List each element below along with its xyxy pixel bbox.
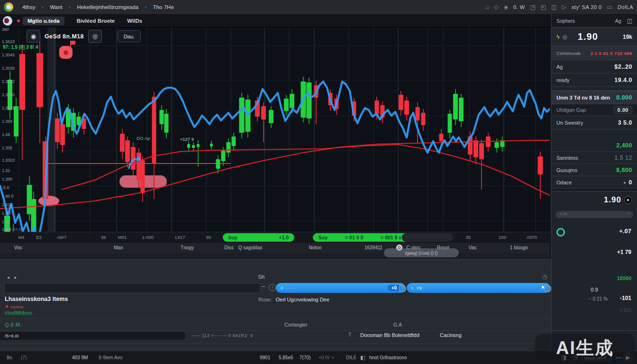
green-link-1[interactable]: clodMtiboo. — [5, 310, 34, 316]
status-toggle-2[interactable]: hnot Grihastrsono — [369, 355, 407, 360]
bottom-tab-5[interactable]: Notoo — [309, 245, 322, 250]
row-label: Uhdgan Gap — [556, 107, 586, 113]
clock-icon[interactable]: ◷ — [542, 273, 547, 280]
window-icon[interactable]: ◰ — [541, 4, 546, 10]
candle-body — [473, 140, 478, 157]
candle-body — [290, 94, 294, 108]
cursor-icon[interactable]: ▷ — [562, 4, 566, 10]
bottom-tab-10[interactable]: 1 bisogn — [510, 245, 528, 250]
time-axis-label: 35 — [466, 235, 471, 240]
time-axis-label: 39 — [101, 235, 106, 240]
row-value-box[interactable]: 0.00 — [614, 106, 632, 114]
time-axis[interactable]: buy +1.0 Suy = 01 0 0 = 001 8 x5 M4E2AW7… — [0, 232, 550, 243]
pl-center: 0.9 — [552, 287, 637, 292]
status-num-1: 9901 — [260, 355, 270, 360]
menu-item-2[interactable]: Hekelliejmheßtnzmgeada — [77, 4, 138, 10]
price-axis-label: 1.00 — [2, 219, 10, 224]
ai-watermark: AI生成 — [535, 334, 635, 362]
account-selector[interactable]: Mgtio u.teda — [23, 17, 64, 25]
battery-icon[interactable]: ▭ — [607, 4, 612, 10]
sidebar-row-credit: 2,400 — [552, 140, 637, 152]
status-ring-icon[interactable] — [556, 228, 565, 237]
grid-icon[interactable]: ◫ — [627, 18, 632, 24]
price-chart[interactable]: 97: 1.5 (0] 3 8! 4DO.Ap≈127 93601.35231.… — [0, 27, 550, 232]
bottom-tab-9[interactable]: Vas — [469, 245, 477, 250]
layout-icon[interactable]: ◫ — [551, 4, 556, 10]
buy-button[interactable]: buy +1.0 — [223, 233, 294, 242]
menu-item-1[interactable]: Want — [50, 4, 62, 10]
target-icon[interactable]: ◎ — [562, 34, 567, 40]
eye-icon[interactable]: ◉ — [27, 30, 40, 43]
toolbar-tab-wills[interactable]: WilDs — [127, 18, 142, 24]
panel-row-text-a[interactable]: Doosman Bb Bolenettfldd — [360, 332, 419, 338]
ring-icon — [544, 285, 551, 292]
sidebar-search-label[interactable]: Sophers — [556, 18, 575, 24]
window-icon[interactable]: ⌂ — [485, 4, 489, 10]
price-axis-label: 1.358 — [2, 119, 12, 124]
candle-body — [210, 144, 213, 146]
candle-body — [141, 160, 145, 193]
gear-icon[interactable]: ◈ — [504, 4, 508, 10]
menu-items: 4thsy˅Want˅Hekelliejmheßtnzmgeada˅Tho 7H… — [18, 4, 178, 10]
primary-action-text: 0 ····· — [281, 285, 295, 291]
candle-body — [187, 144, 190, 148]
primary-action-button[interactable]: 0 ····· +0 — [276, 283, 405, 293]
symbol-strip[interactable]: /5+6.I0 — [0, 332, 186, 340]
inactive-order-pill[interactable] — [402, 233, 453, 242]
panel-row-text-b[interactable]: Cacinsng — [440, 332, 462, 338]
status-toggle-1[interactable]: DIL6 — [346, 355, 356, 360]
sidebar-row-margin[interactable]: Unm 3 Td nv 8 16 den 0.000 — [552, 91, 637, 104]
bolt-icon[interactable]: ϟ — [556, 34, 559, 40]
mic-status-text[interactable]: 0. W — [513, 4, 525, 10]
commission-value: 2.1 0 41 0 710 499 — [591, 51, 632, 56]
symbol-quote-text[interactable]: xty' SA 20 0 — [572, 4, 602, 10]
window-icon[interactable]: ◧ — [360, 355, 365, 361]
candle-body — [60, 124, 65, 145]
candle-body — [227, 142, 231, 153]
sidebar-row-guoujms: Guoujms 8,600 — [552, 164, 637, 176]
minus-stepper[interactable]: − — [262, 283, 265, 290]
shield-icon[interactable]: ◇ — [494, 4, 498, 10]
price-axis-label: 1.32 — [2, 168, 10, 173]
info-badge-icon[interactable] — [624, 196, 632, 204]
bottom-tab-4[interactable]: Q sagoblas — [238, 245, 263, 250]
bottom-tab-6[interactable]: 1639411 — [364, 245, 382, 250]
camera-icon[interactable]: ◎ — [88, 30, 102, 43]
strip-dashes: —— [13 ⊦--·-— 0 6K(R1' 5 — [191, 333, 253, 338]
bottom-tab-1[interactable]: Man — [114, 245, 123, 250]
order-comment-input[interactable] — [4, 283, 261, 293]
user-avatar[interactable] — [3, 16, 12, 26]
current-price: 1.90 — [578, 31, 598, 42]
account-label[interactable]: DoILA — [618, 4, 633, 10]
link-ring-icon — [399, 285, 406, 292]
secondary-action-button[interactable]: t. Ilk ⚑ — [407, 283, 550, 293]
price-axis-label: 1.300 — [2, 177, 12, 182]
app-logo-icon[interactable] — [4, 2, 13, 12]
menu-item-0[interactable]: 4thsy — [22, 4, 36, 10]
checkbox-icon[interactable]: ▫ — [332, 355, 334, 360]
green-link-2[interactable]: Q.8 M. — [5, 322, 22, 328]
time-axis-label: M4 — [18, 235, 24, 240]
commission-label: CWWtroode — [556, 51, 581, 56]
sell-button[interactable]: Suy = 01 0 0 = 001 8 x5 — [313, 233, 410, 242]
volume-slider[interactable]: 0.00 ˅ — [555, 211, 633, 218]
sidebar-row-orders[interactable]: Odace ▸0 — [552, 176, 637, 189]
panel-section-title: Lhaseinsskona3 Items — [5, 296, 68, 302]
chart-annotation: DO.Ap — [136, 136, 150, 141]
menu-item-3[interactable]: Tho 7He — [153, 4, 174, 10]
buy-value: +1.0 — [279, 235, 289, 240]
sidebar-row-gap-input[interactable]: Uhdgan Gap 0.00 — [552, 104, 637, 116]
toolbar-tab-broker[interactable]: Bivléed Broete — [77, 18, 115, 24]
window-icon[interactable]: ◳ — [530, 4, 536, 10]
price-axis-label: 1.305 — [2, 146, 12, 150]
gh-label: Gh — [258, 274, 264, 280]
timeframe-button[interactable]: Dau. — [118, 30, 141, 42]
chart-canvas[interactable]: 97: 1.5 (0] 3 8! 4DO.Ap≈127 93601.35231.… — [0, 27, 550, 232]
candle-body — [221, 151, 226, 161]
bottom-tab-3[interactable]: Diss — [224, 245, 233, 250]
row-label: Ag — [556, 64, 563, 70]
sidebar-ag-label[interactable]: Ag — [615, 18, 621, 24]
bottom-tab-2[interactable]: Tnogy — [181, 245, 194, 250]
bottom-tab-0[interactable]: Vos — [14, 245, 22, 250]
time-axis-label: L917 — [175, 235, 185, 240]
